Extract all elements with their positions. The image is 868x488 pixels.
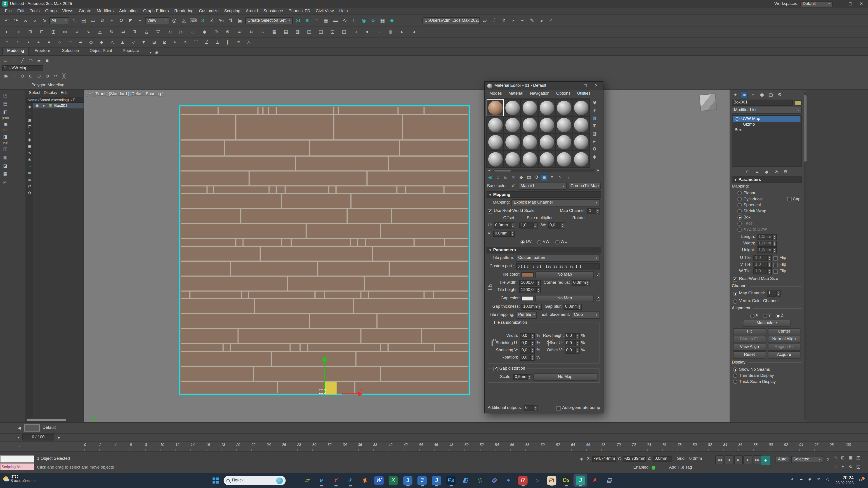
taskbar-app-max-doc-3[interactable]: 3 [430, 474, 443, 487]
massfx-kinematic-icon[interactable]: ◕ [35, 39, 42, 46]
redo-icon[interactable]: ↷ [11, 16, 20, 25]
make-unique-icon[interactable]: ◆ [518, 174, 525, 181]
tile-color-swatch[interactable] [522, 272, 534, 277]
scene-explorer-menu-item[interactable]: Edit [61, 91, 68, 96]
zoom-icon[interactable]: ⊕ [831, 454, 839, 462]
workspace-dropdown[interactable]: Default [800, 1, 833, 7]
gap-color-map-button[interactable]: No Map [535, 295, 594, 302]
use-real-world-scale-checkbox[interactable] [488, 209, 492, 213]
snapshot-icon[interactable]: ◬ [96, 28, 103, 35]
script-editor-icon[interactable]: ✎ [528, 16, 536, 25]
dock-grid-icon[interactable]: ▦ [2, 170, 9, 178]
hierarchy-tab-icon[interactable]: ⌂ [749, 91, 757, 98]
menu-item[interactable]: Create [76, 8, 94, 13]
menu-item[interactable]: Animation [116, 8, 141, 13]
taskbar-app-notepad[interactable]: ▤ [602, 474, 616, 487]
make-preview-icon[interactable]: ▸ [591, 138, 598, 145]
taskbar-app-painter[interactable]: Pt [545, 474, 559, 487]
palette-scrollbar[interactable] [493, 169, 594, 172]
material-editor-minimize-button[interactable]: — [569, 83, 579, 89]
select-move-icon[interactable]: + [107, 16, 116, 25]
preview-toggle-icon[interactable]: ◉ [2, 72, 9, 80]
taskbar-app-yandex[interactable]: Y [329, 474, 343, 487]
material-sample-slot[interactable] [521, 116, 538, 133]
alignment-button[interactable]: Normal Align [768, 336, 801, 343]
massfx-rigid-icon[interactable]: ◔ [14, 39, 21, 46]
menu-item[interactable]: Group [42, 8, 59, 13]
ribbon-tab[interactable]: Selection [57, 48, 84, 55]
reference-coordinate-dropdown[interactable]: View [145, 17, 169, 24]
alignment-button[interactable]: Fit [733, 328, 766, 335]
randomization-field[interactable]: 0,0 [520, 348, 531, 354]
mapping-type-option[interactable]: Planar [732, 190, 802, 196]
sample-type-icon[interactable]: ◉ [591, 99, 598, 106]
previous-frame-arrow-icon[interactable]: ◂ [16, 435, 21, 440]
rotate-w-field[interactable]: 0,0 [548, 222, 561, 228]
taskbar-app-explorer[interactable]: ▱ [300, 474, 314, 487]
gap-map-enable-checkbox[interactable] [596, 296, 600, 301]
tile-field[interactable]: 1,0 [753, 268, 768, 274]
taskbar-app-acrobat[interactable]: A [588, 474, 602, 487]
taskbar-app-chrome[interactable]: ◎ [473, 474, 487, 487]
material-editor-close-button[interactable]: ✕ [592, 83, 600, 89]
scene-states-icon[interactable]: ≋ [248, 28, 255, 35]
open-folder-icon[interactable]: ▱ [480, 16, 489, 25]
dock-tool-icon[interactable]: ◫ [2, 146, 9, 153]
material-editor-icon[interactable]: ◉ [359, 16, 368, 25]
massfx-ragdoll-icon[interactable]: ◌ [56, 39, 63, 46]
gizmo-plane-handle[interactable] [325, 382, 337, 394]
material-sample-slot[interactable] [538, 133, 555, 151]
pick-material-eyedropper-icon[interactable]: ✐ [509, 183, 517, 190]
flip-checkbox[interactable] [773, 256, 778, 260]
scene-explorer-menu-item[interactable]: Display [43, 91, 57, 96]
scene-explorer-column-header-2[interactable]: ▪ F... [70, 98, 78, 102]
angle-snap-icon[interactable]: ∠ [208, 16, 216, 25]
text-placement-dropdown[interactable]: Crop [572, 312, 600, 319]
object-color-swatch[interactable] [794, 100, 802, 105]
alignment-button[interactable]: View Align [733, 344, 766, 351]
uvw-radio[interactable]: VW [537, 240, 550, 245]
cut-icon[interactable]: ✂ [52, 72, 59, 80]
manage-layers-icon[interactable]: ◱ [317, 28, 324, 35]
real-world-map-size-checkbox[interactable] [733, 277, 737, 282]
phoenix-liquid-icon[interactable]: ◇ [88, 39, 95, 46]
go-to-parent-icon[interactable]: ↖ [556, 174, 563, 181]
backlight-icon[interactable]: ☀ [591, 107, 598, 114]
tile-field[interactable]: 1,0 [753, 255, 768, 261]
track-bar[interactable]: ◔ 02468101214161820222426283032343638404… [0, 441, 868, 451]
se-select-all-icon[interactable]: ▣ [27, 117, 32, 123]
offset-v-field[interactable]: 0,0mm [493, 231, 511, 237]
spacing-tool-icon[interactable]: ⊞ [27, 28, 34, 35]
menu-item[interactable]: Tools [27, 8, 42, 13]
alignment-button[interactable]: Reset [733, 351, 766, 359]
next-frame-arrow-icon[interactable]: ▸ [57, 435, 62, 440]
auto-key-button[interactable]: Auto [775, 456, 789, 463]
alignment-button[interactable]: Region Fit [768, 344, 801, 351]
gap-color-swatch[interactable] [522, 296, 534, 301]
notifications-icon[interactable]: ◕ [537, 16, 546, 25]
notification-center-icon[interactable]: ✉ [858, 477, 864, 483]
ribbon-options-icon[interactable]: ◉ [154, 50, 159, 55]
background-icon[interactable]: ▦ [591, 115, 598, 122]
menu-item[interactable]: Arnold [243, 8, 260, 13]
x-coordinate-field[interactable]: -94,744mm [592, 456, 616, 462]
z-coordinate-field[interactable]: 0,0mm [653, 456, 672, 462]
arnold-render-icon[interactable]: ∥ [224, 39, 231, 46]
extras-icon[interactable]: ◂ [410, 28, 417, 35]
se-filter-shapes-icon[interactable]: ∿ [27, 151, 32, 156]
project-path-dropdown[interactable]: C:\Users\Adm...3ds Max 2025 [423, 17, 480, 24]
modify-tab-icon[interactable]: ◙ [741, 91, 748, 98]
tile-size-lock-icon[interactable] [488, 286, 492, 290]
vertex-colors-icon[interactable]: ⇄ [120, 28, 127, 35]
reaction-manager-icon[interactable]: ≡ [236, 28, 243, 35]
dimension-field[interactable]: 1,0mm [757, 234, 773, 240]
menu-item[interactable]: Customize [196, 8, 221, 13]
scene-explorer-menu-item[interactable]: Select [29, 91, 40, 96]
material-sample-slot[interactable] [504, 99, 521, 116]
edit-poly-mode-icon[interactable]: ▱ [2, 57, 9, 64]
object-name-field[interactable]: Box001 [732, 100, 793, 106]
menu-item[interactable]: Edit [14, 8, 27, 13]
material-sample-slot[interactable] [504, 116, 521, 133]
snap-toggle-icon[interactable]: 3 [198, 16, 207, 25]
phoenix-simulate-icon[interactable]: △ [108, 39, 116, 46]
